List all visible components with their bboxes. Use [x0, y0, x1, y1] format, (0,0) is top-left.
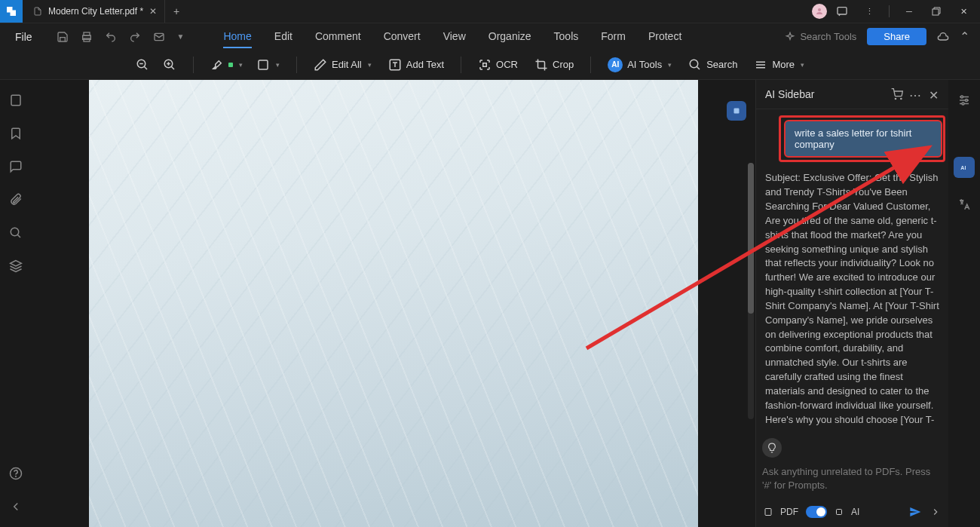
collapse-ribbon-icon[interactable]: ⌃ — [960, 29, 969, 44]
tab-edit[interactable]: Edit — [274, 26, 292, 48]
tab-comment[interactable]: Comment — [315, 26, 361, 48]
crop-label: Crop — [553, 59, 574, 70]
tab-view[interactable]: View — [443, 26, 466, 48]
svg-rect-14 — [259, 60, 268, 69]
svg-line-13 — [171, 66, 174, 69]
svg-marker-24 — [11, 261, 22, 267]
more-vertical-icon[interactable]: ⋮ — [857, 0, 881, 23]
undo-icon[interactable] — [105, 31, 117, 43]
app-logo — [0, 0, 23, 23]
add-text-label: Add Text — [406, 59, 444, 70]
right-rail: AI — [948, 80, 980, 527]
help-icon[interactable] — [9, 467, 23, 480]
prompt-input[interactable]: Ask anything unrelated to PDFs. Press '#… — [762, 465, 942, 492]
ocr-button[interactable]: OCR — [478, 58, 518, 72]
settings-sliders-icon[interactable] — [957, 93, 971, 107]
ocr-label: OCR — [496, 59, 518, 70]
svg-line-17 — [697, 66, 700, 69]
zoom-out-icon[interactable] — [136, 58, 149, 72]
svg-rect-21 — [11, 95, 20, 106]
svg-point-36 — [966, 100, 968, 102]
scrollbar[interactable] — [748, 163, 754, 419]
document-viewport[interactable] — [32, 80, 755, 527]
tab-organize[interactable]: Organize — [488, 26, 531, 48]
user-prompt-text: write a sales letter for tshirt company — [795, 127, 911, 150]
attachment-icon[interactable] — [9, 193, 23, 207]
search-icon — [688, 58, 702, 72]
qat-dropdown-icon[interactable]: ▼ — [177, 32, 185, 41]
svg-rect-1 — [838, 8, 847, 14]
add-text-button[interactable]: Add Text — [388, 58, 444, 72]
ai-floating-badge[interactable] — [727, 101, 746, 121]
document-tab[interactable]: Modern City Letter.pdf * ✕ — [23, 0, 165, 23]
ocr-icon — [478, 58, 492, 72]
tab-home[interactable]: Home — [223, 26, 251, 48]
sparkle-icon — [785, 32, 795, 42]
search-button[interactable]: Search — [688, 58, 737, 72]
file-menu[interactable]: File — [0, 31, 47, 43]
save-icon[interactable] — [57, 31, 69, 43]
thumbnails-icon[interactable] — [9, 93, 23, 107]
search-tools[interactable]: Search Tools — [785, 31, 856, 42]
svg-point-16 — [690, 60, 698, 68]
svg-line-23 — [17, 234, 20, 237]
svg-point-0 — [818, 8, 821, 11]
minimize-button[interactable]: ─ — [897, 0, 921, 23]
shape-tool[interactable]: ▾ — [256, 58, 280, 72]
idea-button[interactable] — [762, 438, 782, 458]
tab-tools[interactable]: Tools — [554, 26, 579, 48]
cart-icon[interactable] — [891, 88, 903, 100]
send-icon[interactable] — [909, 506, 921, 518]
svg-rect-27 — [734, 109, 740, 114]
maximize-button[interactable] — [924, 0, 948, 23]
search-panel-icon[interactable] — [9, 226, 23, 240]
layers-icon[interactable] — [9, 259, 23, 273]
collapse-left-icon[interactable] — [9, 500, 23, 513]
add-tab-button[interactable]: + — [165, 5, 188, 17]
svg-rect-2 — [933, 9, 939, 15]
close-tab-icon[interactable]: ✕ — [149, 6, 157, 17]
svg-point-29 — [901, 98, 902, 99]
text-icon — [388, 58, 402, 72]
redo-icon[interactable] — [129, 31, 141, 43]
expand-right-icon[interactable] — [930, 507, 941, 517]
comments-icon[interactable] — [9, 160, 23, 173]
translate-icon[interactable] — [957, 198, 971, 211]
highlight-tool[interactable]: ▾ — [210, 58, 243, 72]
svg-point-28 — [895, 98, 896, 99]
close-sidebar-icon[interactable]: ✕ — [927, 88, 939, 100]
ai-tools-button[interactable]: AI AI Tools▾ — [608, 57, 672, 72]
edit-all-button[interactable]: Edit All▾ — [314, 58, 372, 72]
ai-tools-label: AI Tools — [627, 59, 662, 70]
svg-point-37 — [962, 103, 964, 105]
close-button[interactable]: ✕ — [951, 0, 975, 23]
mail-icon[interactable] — [153, 31, 165, 43]
search-tools-text: Search Tools — [800, 31, 856, 42]
share-button[interactable]: Share — [867, 28, 926, 45]
more-horizontal-icon[interactable]: ⋯ — [909, 88, 921, 100]
menu-icon — [754, 58, 767, 72]
comment-icon[interactable] — [830, 0, 854, 23]
tab-form[interactable]: Form — [601, 26, 626, 48]
tab-convert[interactable]: Convert — [384, 26, 421, 48]
crop-icon — [534, 58, 548, 72]
more-button[interactable]: More▾ — [754, 58, 804, 72]
tab-title: Modern City Letter.pdf * — [48, 6, 143, 17]
toolbar: ▾ ▾ Edit All▾ Add Text OCR Crop AI AI To… — [0, 50, 980, 80]
tab-protect[interactable]: Protect — [648, 26, 681, 48]
svg-rect-30 — [765, 509, 771, 516]
zoom-in-icon[interactable] — [163, 58, 176, 72]
footer-pdf-label: PDF — [780, 507, 798, 517]
cloud-sync-icon[interactable] — [937, 31, 949, 43]
pdf-ai-toggle[interactable] — [806, 506, 827, 518]
ai-response: Subject: Exclusive Offer: Get the Stylis… — [762, 168, 942, 429]
ai-panel-button[interactable]: AI — [954, 157, 975, 178]
footer-ai-label: AI — [851, 507, 859, 517]
print-icon[interactable] — [81, 31, 93, 43]
ai-badge-icon: AI — [608, 57, 623, 72]
svg-rect-31 — [837, 510, 842, 515]
crop-button[interactable]: Crop — [534, 58, 574, 72]
svg-point-26 — [16, 476, 17, 476]
avatar[interactable] — [812, 4, 827, 19]
bookmark-icon[interactable] — [9, 127, 23, 140]
